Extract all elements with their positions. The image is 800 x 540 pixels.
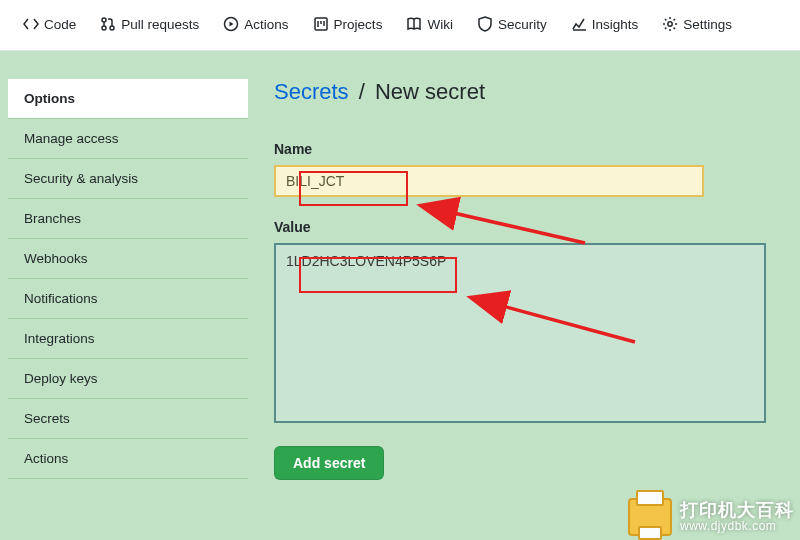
tab-label: Settings xyxy=(683,17,732,32)
gear-icon xyxy=(662,16,678,32)
secret-name-input[interactable] xyxy=(274,165,704,197)
tab-label: Insights xyxy=(592,17,639,32)
breadcrumb-separator: / xyxy=(355,79,369,104)
sidebar-item-security-analysis[interactable]: Security & analysis xyxy=(8,159,248,199)
tab-security[interactable]: Security xyxy=(468,10,556,38)
tab-label: Security xyxy=(498,17,547,32)
graph-icon xyxy=(571,16,587,32)
tab-actions[interactable]: Actions xyxy=(214,10,297,38)
value-label: Value xyxy=(274,219,792,235)
svg-point-2 xyxy=(110,26,114,30)
sidebar-item-branches[interactable]: Branches xyxy=(8,199,248,239)
shield-icon xyxy=(477,16,493,32)
repo-nav: Code Pull requests Actions Projects Wiki… xyxy=(0,0,800,51)
sidebar-item-manage-access[interactable]: Manage access xyxy=(8,119,248,159)
svg-point-1 xyxy=(102,26,106,30)
play-icon xyxy=(223,16,239,32)
tab-settings[interactable]: Settings xyxy=(653,10,741,38)
breadcrumb-current: New secret xyxy=(375,79,485,104)
tab-label: Code xyxy=(44,17,76,32)
sidebar-item-secrets[interactable]: Secrets xyxy=(8,399,248,439)
watermark-title: 打印机大百科 xyxy=(680,500,794,521)
tab-label: Pull requests xyxy=(121,17,199,32)
sidebar-item-webhooks[interactable]: Webhooks xyxy=(8,239,248,279)
book-icon xyxy=(406,16,422,32)
printer-icon xyxy=(628,498,672,536)
tab-pull-requests[interactable]: Pull requests xyxy=(91,10,208,38)
svg-point-0 xyxy=(102,18,106,22)
sidebar-item-actions[interactable]: Actions xyxy=(8,439,248,479)
sidebar-item-notifications[interactable]: Notifications xyxy=(8,279,248,319)
svg-point-5 xyxy=(668,22,672,26)
breadcrumb: Secrets / New secret xyxy=(274,79,792,115)
tab-label: Projects xyxy=(334,17,383,32)
sidebar-item-deploy-keys[interactable]: Deploy keys xyxy=(8,359,248,399)
settings-sidebar: Options Manage access Security & analysi… xyxy=(8,79,248,480)
tab-projects[interactable]: Projects xyxy=(304,10,392,38)
name-label: Name xyxy=(274,141,792,157)
tab-wiki[interactable]: Wiki xyxy=(397,10,462,38)
git-pull-request-icon xyxy=(100,16,116,32)
secret-value-textarea[interactable] xyxy=(274,243,766,423)
watermark-url: www.djydbk.com xyxy=(680,520,794,534)
watermark: 打印机大百科 www.djydbk.com xyxy=(628,498,794,536)
tab-label: Actions xyxy=(244,17,288,32)
tab-label: Wiki xyxy=(427,17,453,32)
code-icon xyxy=(23,16,39,32)
tab-insights[interactable]: Insights xyxy=(562,10,648,38)
main-content: Secrets / New secret Name Value Add secr… xyxy=(274,79,800,480)
sidebar-item-integrations[interactable]: Integrations xyxy=(8,319,248,359)
sidebar-item-options[interactable]: Options xyxy=(8,79,248,119)
project-icon xyxy=(313,16,329,32)
breadcrumb-secrets-link[interactable]: Secrets xyxy=(274,79,349,104)
tab-code[interactable]: Code xyxy=(14,10,85,38)
add-secret-button[interactable]: Add secret xyxy=(274,446,384,480)
